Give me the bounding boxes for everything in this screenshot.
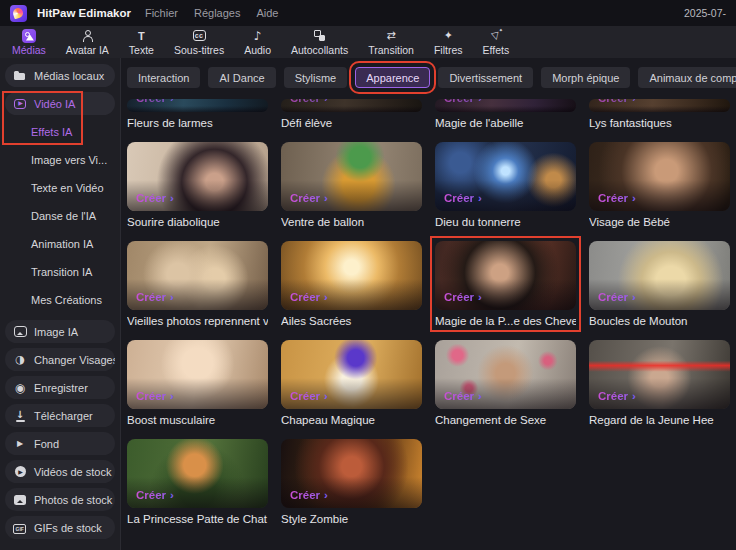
card-thumbnail[interactable]: Créer› [589,99,730,112]
filter-chip[interactable]: Interaction [127,67,200,88]
card-thumbnail[interactable]: Créer› [435,142,576,211]
filter-chip[interactable]: Animaux de compagnie [638,67,736,88]
effect-card[interactable]: Créer› Style Zombie [281,439,422,525]
effect-card[interactable]: Créer› Magie de l'abeille [435,99,576,129]
card-thumbnail[interactable]: Créer› [281,241,422,310]
sidebar-item[interactable]: Enregistrer [5,376,115,399]
chevron-right-icon: › [324,99,328,104]
card-thumbnail[interactable]: Créer› [435,340,576,409]
card-thumbnail[interactable]: Créer› [281,340,422,409]
sidebar-item[interactable]: Changer Visages [5,348,115,371]
effect-card[interactable]: Créer› Visage de Bébé [589,142,730,228]
menu-item[interactable]: Réglages [194,7,240,19]
card-thumbnail[interactable]: Créer› [281,142,422,211]
card-thumbnail[interactable]: Créer› [127,99,268,112]
sidebar-item[interactable]: Image IA [5,320,115,343]
card-thumbnail[interactable]: Créer› [435,99,576,112]
toolbar-tab-label: Médias [12,44,46,56]
toolbar-tab[interactable]: Audio [234,27,281,58]
sidebar-item[interactable]: Animation IA [5,232,115,255]
sidebar-item[interactable]: Mes Créations [5,288,115,311]
create-button[interactable]: Créer› [598,192,636,204]
chevron-right-icon: › [478,291,482,303]
create-button[interactable]: Créer› [136,291,174,303]
effect-card[interactable]: Créer› Boucles de Mouton [589,241,730,327]
sidebar-item[interactable]: Télécharger [5,404,115,427]
card-thumbnail[interactable]: Créer› [589,142,730,211]
effect-card[interactable]: Créer› Fleurs de larmes [127,99,268,129]
toolbar-tab[interactable]: Autocollants [281,27,358,58]
create-button[interactable]: Créer› [136,192,174,204]
menu-item[interactable]: Aide [256,7,278,19]
create-button[interactable]: Créer› [598,390,636,402]
filter-chip[interactable]: Apparence [355,67,430,88]
create-button[interactable]: Créer› [136,390,174,402]
toolbar-tab[interactable]: Texte [119,27,164,58]
effect-card[interactable]: Créer› Dieu du tonnerre [435,142,576,228]
card-thumbnail[interactable]: Créer› [127,241,268,310]
effect-card[interactable]: Créer› Regard de la Jeune Hee [589,340,730,426]
create-button[interactable]: Créer› [290,99,328,104]
create-button[interactable]: Créer› [598,99,636,104]
create-button[interactable]: Créer› [290,192,328,204]
effect-card[interactable]: Créer› Boost musculaire [127,340,268,426]
effect-card[interactable]: Créer› Lys fantastiques [589,99,730,129]
toolbar-tab[interactable]: Effets [473,27,520,58]
card-label: Sourire diabolique [127,216,268,228]
card-thumbnail[interactable]: Créer› [435,241,576,310]
effect-card[interactable]: Créer› Ventre de ballon [281,142,422,228]
filter-chip[interactable]: Stylisme [284,67,348,88]
effect-card[interactable]: Créer› Ailes Sacrées [281,241,422,327]
toolbar-tab[interactable]: Avatar IA [56,27,119,58]
sidebar-item[interactable]: Transition IA [5,260,115,283]
sidebar-item[interactable]: Photos de stock [5,488,115,511]
toolbar-tab[interactable]: Transition [358,27,424,58]
chevron-right-icon: › [324,192,328,204]
app-title: HitPaw Edimakor [37,7,131,19]
create-button[interactable]: Créer› [598,291,636,303]
filter-chip[interactable]: Morph épique [541,67,630,88]
sidebar-item[interactable]: Vidéo IA [5,92,115,115]
effect-card[interactable]: Créer› Défi élève [281,99,422,129]
card-thumbnail[interactable]: Créer› [589,340,730,409]
filter-chip[interactable]: AI Dance [208,67,275,88]
sidebar-item-label: Changer Visages [34,354,115,366]
filter-chip[interactable]: Divertissement [438,67,533,88]
sidebar-item[interactable]: Fond [5,432,115,455]
toolbar-tab[interactable]: Médias [2,27,56,58]
effect-card[interactable]: Créer› Vieilles photos reprennent vie [127,241,268,327]
create-button[interactable]: Créer› [444,390,482,402]
sidebar-item[interactable]: Effets IA [5,120,115,143]
sidebar-item[interactable]: Image vers Vi... [5,148,115,171]
create-button[interactable]: Créer› [136,489,174,501]
sidebar-item[interactable]: Vidéos de stock [5,460,115,483]
toolbar-tab[interactable]: Sous-titres [164,27,234,58]
sidebar-item[interactable]: Médias locaux [5,64,115,87]
effect-card[interactable]: Créer› La Princesse Patte de Chat [127,439,268,525]
card-thumbnail[interactable]: Créer› [127,142,268,211]
create-button[interactable]: Créer› [444,291,482,303]
card-label: Visage de Bébé [589,216,730,228]
effect-card[interactable]: Créer› Sourire diabolique [127,142,268,228]
chevron-right-icon: › [170,390,174,402]
create-button[interactable]: Créer› [444,99,482,104]
card-thumbnail[interactable]: Créer› [127,439,268,508]
create-button[interactable]: Créer› [136,99,174,104]
menu-item[interactable]: Fichier [145,7,178,19]
sidebar-item[interactable]: Danse de l'IA [5,204,115,227]
create-button[interactable]: Créer› [290,489,328,501]
toolbar-tab[interactable]: Filtres [424,27,473,58]
create-button[interactable]: Créer› [290,291,328,303]
create-button[interactable]: Créer› [290,390,328,402]
effect-card[interactable]: Créer› Chapeau Magique [281,340,422,426]
card-thumbnail[interactable]: Créer› [127,340,268,409]
effect-card[interactable]: Créer› Changement de Sexe [435,340,576,426]
card-thumbnail[interactable]: Créer› [281,439,422,508]
toolbar-tab-label: Texte [129,44,154,56]
sidebar-item[interactable]: GIFs de stock [5,516,115,539]
card-thumbnail[interactable]: Créer› [281,99,422,112]
card-thumbnail[interactable]: Créer› [589,241,730,310]
sidebar-item[interactable]: Texte en Vidéo [5,176,115,199]
effect-card[interactable]: Créer› Magie de la P...e des Cheveux [435,241,576,327]
create-button[interactable]: Créer› [444,192,482,204]
